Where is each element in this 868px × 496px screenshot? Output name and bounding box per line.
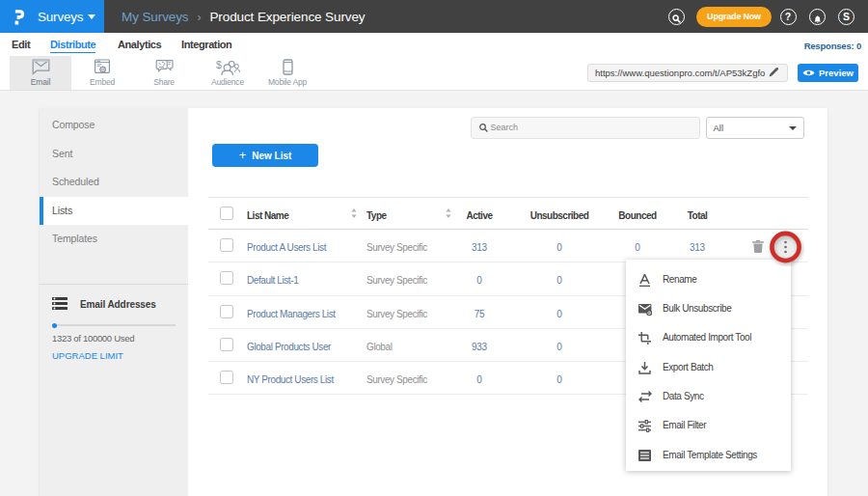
svg-text:$: $ (216, 59, 222, 70)
